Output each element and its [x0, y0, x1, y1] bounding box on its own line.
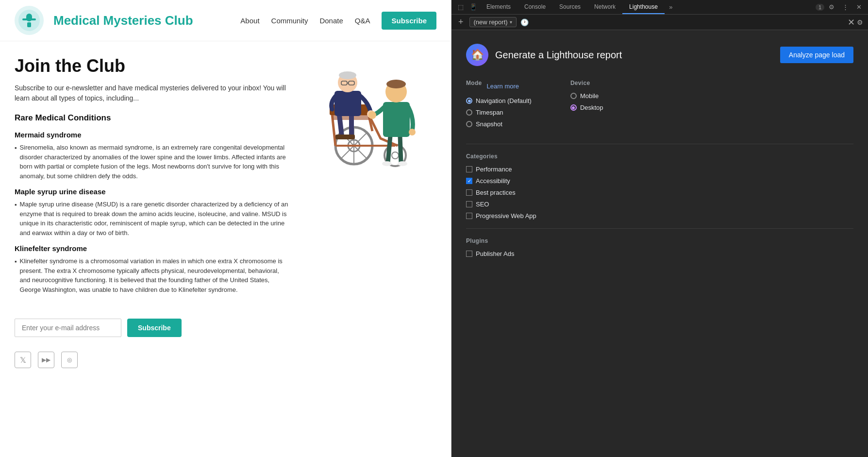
twitter-icon[interactable]: 𝕏 — [15, 352, 31, 368]
report-selector[interactable]: (new report) ▾ — [469, 17, 517, 27]
nav-donate[interactable]: Donate — [319, 17, 343, 25]
lh-divider-1 — [466, 144, 853, 144]
svg-point-18 — [339, 71, 356, 79]
text-column: Join the Club Subscribe to our e-newslet… — [15, 56, 291, 299]
wheelchair-illustration — [305, 56, 432, 168]
tab-console[interactable]: Console — [517, 0, 552, 14]
toolbar2-settings-icon[interactable]: ⚙ — [857, 18, 863, 26]
tab-lighthouse[interactable]: Lighthouse — [622, 0, 665, 14]
device-radio-desktop[interactable]: .lh-radio.lh-device-radio-selected::afte… — [570, 104, 577, 111]
tab-badge: 1 — [816, 4, 824, 11]
category-pwa: Progressive Web App — [466, 212, 853, 220]
svg-rect-15 — [335, 135, 355, 139]
learn-more-link[interactable]: Learn more — [487, 83, 519, 90]
email-subscribe-button[interactable]: Subscribe — [127, 319, 182, 337]
tab-network[interactable]: Network — [587, 0, 622, 14]
category-best-practices: Best practices — [466, 189, 853, 196]
chevron-down-icon: ▾ — [510, 19, 512, 25]
instagram-icon[interactable]: ◎ — [61, 352, 78, 368]
device-option-desktop: .lh-radio.lh-device-radio-selected::afte… — [570, 104, 603, 111]
plugins-label: Plugins — [466, 237, 853, 244]
more-tabs-icon[interactable]: » — [665, 1, 677, 14]
devtools-right-icons: 1 ⚙ ⋮ ✕ — [816, 1, 865, 14]
label-best-practices: Best practices — [476, 189, 516, 196]
email-section: Subscribe — [0, 309, 451, 347]
inspect-icon[interactable]: ⬚ — [454, 1, 467, 14]
condition-desc-0: Sirenomelia, also known as mermaid syndr… — [15, 143, 291, 181]
email-input[interactable] — [15, 319, 121, 337]
category-seo: SEO — [466, 201, 853, 208]
twitch-icon[interactable]: ▶▶ — [38, 352, 54, 368]
new-report-icon[interactable]: + — [456, 17, 466, 27]
nav-qa[interactable]: Q&A — [355, 17, 370, 25]
condition-desc-2: Klinefelter syndrome is a chromosomal va… — [15, 256, 291, 294]
categories-label: Categories — [466, 153, 853, 160]
mode-label-timespan: Timespan — [476, 109, 503, 116]
social-icons: 𝕏 ▶▶ ◎ — [0, 347, 451, 378]
toolbar2-close-icon[interactable]: ✕ — [848, 17, 855, 28]
plugin-publisher-ads: Publisher Ads — [466, 250, 853, 257]
checkbox-performance[interactable] — [466, 166, 472, 172]
lh-divider-2 — [466, 228, 853, 229]
mode-radio-snapshot[interactable] — [466, 121, 472, 127]
checkbox-pwa[interactable] — [466, 213, 472, 219]
rare-section-title: Rare Medical Conditions — [15, 113, 291, 123]
category-accessibility: Accessibility — [466, 177, 853, 185]
lighthouse-panel: 🏠 Generate a Lighthouse report Analyze p… — [451, 30, 868, 457]
label-accessibility: Accessibility — [476, 177, 510, 185]
mode-radio-timespan[interactable] — [466, 109, 472, 116]
devtools-toolbar2: + (new report) ▾ 🕐 ✕ ⚙ — [451, 15, 868, 30]
svg-point-29 — [409, 129, 416, 135]
image-column — [300, 56, 436, 299]
nav-subscribe-button[interactable]: Subscribe — [382, 12, 436, 30]
checkbox-publisher-ads[interactable] — [466, 251, 472, 257]
tab-sources[interactable]: Sources — [552, 0, 587, 14]
nav-community[interactable]: Community — [271, 17, 308, 25]
devtools-panel: ⬚ 📱 Elements Console Sources Network Lig… — [451, 0, 868, 457]
settings-icon[interactable]: ⚙ — [825, 1, 838, 14]
nav-about[interactable]: About — [240, 17, 259, 25]
label-publisher-ads: Publisher Ads — [476, 250, 515, 257]
checkbox-seo[interactable] — [466, 201, 472, 207]
label-seo: SEO — [476, 201, 489, 208]
svg-point-23 — [382, 161, 392, 166]
devtools-toolbar: ⬚ 📱 Elements Console Sources Network Lig… — [451, 0, 868, 15]
mode-label: Mode — [466, 80, 482, 86]
lighthouse-header: 🏠 Generate a Lighthouse report Analyze p… — [466, 44, 853, 66]
lh-mode-device-row: Mode Learn more Navigation (Default) Tim… — [466, 80, 853, 132]
nav-links: About Community Donate Q&A Subscribe — [240, 12, 436, 30]
device-label: Device — [570, 80, 603, 86]
tab-elements[interactable]: Elements — [480, 0, 517, 14]
lighthouse-logo: 🏠 — [466, 44, 488, 66]
mode-radio-navigation[interactable] — [466, 98, 472, 104]
close-devtools-icon[interactable]: ✕ — [852, 1, 865, 14]
main-content: Join the Club Subscribe to our e-newslet… — [0, 41, 451, 309]
device-icon[interactable]: 📱 — [467, 1, 480, 14]
lh-plugins-section: Plugins Publisher Ads — [466, 237, 853, 257]
mode-label-snapshot: Snapshot — [476, 120, 502, 128]
analyze-page-load-button[interactable]: Analyze page load — [780, 47, 853, 63]
device-label-mobile: Mobile — [580, 92, 599, 100]
checkbox-best-practices[interactable] — [466, 189, 472, 196]
condition-title-1: Maple syrup urine disease — [15, 187, 291, 196]
report-label: (new report) — [474, 18, 508, 26]
site-logo — [15, 6, 44, 35]
lighthouse-logo-title: 🏠 Generate a Lighthouse report — [466, 44, 622, 66]
lh-device-section: Device Mobile .lh-radio.lh-device-radio-… — [570, 80, 603, 132]
site-title: Medical Mysteries Club — [53, 13, 193, 28]
page-title: Join the Club — [15, 56, 291, 76]
condition-title-2: Klinefelter syndrome — [15, 244, 291, 253]
kebab-icon[interactable]: ⋮ — [839, 1, 851, 14]
mode-label-navigation: Navigation (Default) — [476, 97, 532, 104]
svg-rect-25 — [383, 102, 410, 137]
device-radio-mobile[interactable] — [570, 93, 577, 99]
svg-rect-2 — [22, 18, 36, 20]
checkbox-accessibility[interactable] — [466, 178, 472, 184]
svg-point-27 — [386, 80, 406, 88]
condition-desc-1: Maple syrup urine disease (MSUD) is a ra… — [15, 200, 291, 237]
label-pwa: Progressive Web App — [476, 212, 536, 220]
svg-rect-3 — [27, 22, 31, 27]
category-performance: Performance — [466, 166, 853, 173]
lighthouse-title: Generate a Lighthouse report — [495, 50, 622, 61]
device-option-mobile: Mobile — [570, 92, 603, 100]
